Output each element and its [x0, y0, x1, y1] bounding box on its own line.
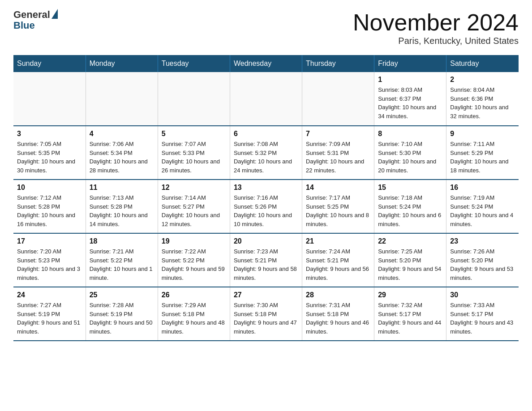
- day-info: Sunrise: 7:17 AM Sunset: 5:25 PM Dayligh…: [306, 193, 370, 228]
- day-number: 22: [378, 237, 442, 245]
- calendar-cell: 5Sunrise: 7:07 AM Sunset: 5:33 PM Daylig…: [158, 126, 230, 180]
- calendar-cell: 16Sunrise: 7:19 AM Sunset: 5:24 PM Dayli…: [446, 180, 519, 233]
- calendar-cell: 13Sunrise: 7:16 AM Sunset: 5:26 PM Dayli…: [230, 180, 302, 233]
- calendar-cell: [230, 72, 302, 126]
- day-header-friday: Friday: [374, 55, 446, 72]
- day-number: 15: [378, 184, 442, 192]
- calendar-cell: 4Sunrise: 7:06 AM Sunset: 5:34 PM Daylig…: [86, 126, 158, 180]
- calendar-cell: 22Sunrise: 7:25 AM Sunset: 5:20 PM Dayli…: [374, 233, 446, 287]
- calendar-cell: 18Sunrise: 7:21 AM Sunset: 5:22 PM Dayli…: [86, 233, 158, 287]
- day-info: Sunrise: 7:06 AM Sunset: 5:34 PM Dayligh…: [90, 140, 154, 175]
- day-info: Sunrise: 7:08 AM Sunset: 5:32 PM Dayligh…: [234, 140, 298, 175]
- calendar-cell: 12Sunrise: 7:14 AM Sunset: 5:27 PM Dayli…: [158, 180, 230, 233]
- calendar-cell: 11Sunrise: 7:13 AM Sunset: 5:28 PM Dayli…: [86, 180, 158, 233]
- day-info: Sunrise: 7:16 AM Sunset: 5:26 PM Dayligh…: [234, 193, 298, 228]
- day-number: 20: [234, 237, 298, 245]
- day-info: Sunrise: 7:05 AM Sunset: 5:35 PM Dayligh…: [17, 140, 82, 175]
- day-info: Sunrise: 7:26 AM Sunset: 5:20 PM Dayligh…: [450, 247, 515, 282]
- day-info: Sunrise: 8:04 AM Sunset: 6:36 PM Dayligh…: [450, 86, 515, 120]
- calendar-week-2: 10Sunrise: 7:12 AM Sunset: 5:28 PM Dayli…: [13, 180, 519, 233]
- day-info: Sunrise: 7:31 AM Sunset: 5:18 PM Dayligh…: [306, 301, 370, 336]
- day-number: 3: [17, 130, 82, 138]
- calendar-cell: 10Sunrise: 7:12 AM Sunset: 5:28 PM Dayli…: [13, 180, 86, 233]
- day-number: 12: [162, 184, 226, 192]
- day-number: 7: [306, 130, 370, 138]
- calendar-cell: 20Sunrise: 7:23 AM Sunset: 5:21 PM Dayli…: [230, 233, 302, 287]
- calendar-cell: [86, 72, 158, 126]
- day-header-monday: Monday: [86, 55, 158, 72]
- logo-general-text: General: [13, 9, 50, 21]
- day-number: 16: [450, 184, 515, 192]
- calendar-cell: 26Sunrise: 7:29 AM Sunset: 5:18 PM Dayli…: [158, 287, 230, 341]
- day-info: Sunrise: 7:14 AM Sunset: 5:27 PM Dayligh…: [162, 193, 226, 228]
- day-info: Sunrise: 7:29 AM Sunset: 5:18 PM Dayligh…: [162, 301, 226, 336]
- title-section: November 2024 Paris, Kentucky, United St…: [353, 9, 519, 46]
- day-number: 18: [90, 237, 154, 245]
- day-info: Sunrise: 7:33 AM Sunset: 5:17 PM Dayligh…: [450, 301, 515, 336]
- day-info: Sunrise: 7:24 AM Sunset: 5:21 PM Dayligh…: [306, 247, 370, 282]
- day-info: Sunrise: 7:28 AM Sunset: 5:19 PM Dayligh…: [90, 301, 154, 336]
- calendar-cell: 6Sunrise: 7:08 AM Sunset: 5:32 PM Daylig…: [230, 126, 302, 180]
- day-info: Sunrise: 7:19 AM Sunset: 5:24 PM Dayligh…: [450, 193, 515, 228]
- day-number: 17: [17, 237, 82, 245]
- day-number: 26: [162, 291, 226, 299]
- calendar-cell: 30Sunrise: 7:33 AM Sunset: 5:17 PM Dayli…: [446, 287, 519, 341]
- calendar-cell: 27Sunrise: 7:30 AM Sunset: 5:18 PM Dayli…: [230, 287, 302, 341]
- day-number: 1: [378, 76, 442, 84]
- day-number: 24: [17, 291, 82, 299]
- day-info: Sunrise: 7:07 AM Sunset: 5:33 PM Dayligh…: [162, 140, 226, 175]
- calendar-cell: 9Sunrise: 7:11 AM Sunset: 5:29 PM Daylig…: [446, 126, 519, 180]
- day-number: 8: [378, 130, 442, 138]
- calendar-cell: 17Sunrise: 7:20 AM Sunset: 5:23 PM Dayli…: [13, 233, 86, 287]
- calendar-cell: 25Sunrise: 7:28 AM Sunset: 5:19 PM Dayli…: [86, 287, 158, 341]
- calendar-cell: [13, 72, 86, 126]
- day-number: 27: [234, 291, 298, 299]
- logo: General Blue: [13, 9, 58, 31]
- calendar-cell: 15Sunrise: 7:18 AM Sunset: 5:24 PM Dayli…: [374, 180, 446, 233]
- day-info: Sunrise: 7:11 AM Sunset: 5:29 PM Dayligh…: [450, 140, 515, 175]
- day-number: 25: [90, 291, 154, 299]
- calendar-cell: 8Sunrise: 7:10 AM Sunset: 5:30 PM Daylig…: [374, 126, 446, 180]
- day-header-sunday: Sunday: [13, 55, 86, 72]
- day-info: Sunrise: 7:13 AM Sunset: 5:28 PM Dayligh…: [90, 193, 154, 228]
- day-info: Sunrise: 7:20 AM Sunset: 5:23 PM Dayligh…: [17, 247, 82, 282]
- day-number: 23: [450, 237, 515, 245]
- day-info: Sunrise: 7:09 AM Sunset: 5:31 PM Dayligh…: [306, 140, 370, 175]
- calendar-cell: 1Sunrise: 8:03 AM Sunset: 6:37 PM Daylig…: [374, 72, 446, 126]
- day-info: Sunrise: 7:10 AM Sunset: 5:30 PM Dayligh…: [378, 140, 442, 175]
- day-number: 6: [234, 130, 298, 138]
- day-number: 28: [306, 291, 370, 299]
- day-info: Sunrise: 7:18 AM Sunset: 5:24 PM Dayligh…: [378, 193, 442, 228]
- location-text: Paris, Kentucky, United States: [353, 36, 519, 46]
- logo-triangle-icon: [51, 9, 58, 19]
- day-info: Sunrise: 7:23 AM Sunset: 5:21 PM Dayligh…: [234, 247, 298, 282]
- calendar-cell: 19Sunrise: 7:22 AM Sunset: 5:22 PM Dayli…: [158, 233, 230, 287]
- day-number: 21: [306, 237, 370, 245]
- day-info: Sunrise: 7:30 AM Sunset: 5:18 PM Dayligh…: [234, 301, 298, 336]
- calendar-week-3: 17Sunrise: 7:20 AM Sunset: 5:23 PM Dayli…: [13, 233, 519, 287]
- day-number: 9: [450, 130, 515, 138]
- calendar-cell: 14Sunrise: 7:17 AM Sunset: 5:25 PM Dayli…: [302, 180, 374, 233]
- day-header-saturday: Saturday: [446, 55, 519, 72]
- day-number: 14: [306, 184, 370, 192]
- calendar-cell: 21Sunrise: 7:24 AM Sunset: 5:21 PM Dayli…: [302, 233, 374, 287]
- day-number: 5: [162, 130, 226, 138]
- day-info: Sunrise: 7:27 AM Sunset: 5:19 PM Dayligh…: [17, 301, 82, 336]
- calendar-cell: 28Sunrise: 7:31 AM Sunset: 5:18 PM Dayli…: [302, 287, 374, 341]
- day-number: 29: [378, 291, 442, 299]
- day-info: Sunrise: 8:03 AM Sunset: 6:37 PM Dayligh…: [378, 86, 442, 120]
- day-header-tuesday: Tuesday: [158, 55, 230, 72]
- day-info: Sunrise: 7:21 AM Sunset: 5:22 PM Dayligh…: [90, 247, 154, 282]
- day-info: Sunrise: 7:25 AM Sunset: 5:20 PM Dayligh…: [378, 247, 442, 282]
- calendar-week-1: 3Sunrise: 7:05 AM Sunset: 5:35 PM Daylig…: [13, 126, 519, 180]
- day-number: 30: [450, 291, 515, 299]
- calendar-cell: 3Sunrise: 7:05 AM Sunset: 5:35 PM Daylig…: [13, 126, 86, 180]
- calendar-cell: [302, 72, 374, 126]
- calendar-cell: 29Sunrise: 7:32 AM Sunset: 5:17 PM Dayli…: [374, 287, 446, 341]
- calendar-cell: 2Sunrise: 8:04 AM Sunset: 6:36 PM Daylig…: [446, 72, 519, 126]
- day-header-wednesday: Wednesday: [230, 55, 302, 72]
- day-info: Sunrise: 7:12 AM Sunset: 5:28 PM Dayligh…: [17, 193, 82, 228]
- calendar-header-row: SundayMondayTuesdayWednesdayThursdayFrid…: [13, 55, 519, 72]
- day-info: Sunrise: 7:32 AM Sunset: 5:17 PM Dayligh…: [378, 301, 442, 336]
- day-header-thursday: Thursday: [302, 55, 374, 72]
